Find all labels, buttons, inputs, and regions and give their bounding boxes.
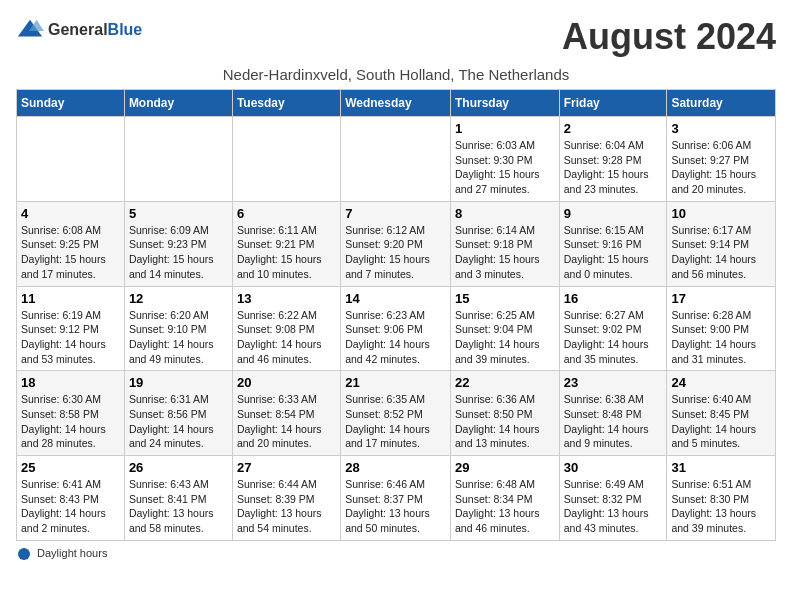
main-title: August 2024 — [562, 16, 776, 58]
day-number: 21 — [345, 375, 446, 390]
calendar-cell: 23Sunrise: 6:38 AM Sunset: 8:48 PM Dayli… — [559, 371, 667, 456]
day-number: 3 — [671, 121, 771, 136]
calendar-cell: 9Sunrise: 6:15 AM Sunset: 9:16 PM Daylig… — [559, 201, 667, 286]
calendar-table: SundayMondayTuesdayWednesdayThursdayFrid… — [16, 89, 776, 541]
day-number: 14 — [345, 291, 446, 306]
calendar-cell: 5Sunrise: 6:09 AM Sunset: 9:23 PM Daylig… — [124, 201, 232, 286]
day-info: Sunrise: 6:38 AM Sunset: 8:48 PM Dayligh… — [564, 392, 663, 451]
calendar-cell: 12Sunrise: 6:20 AM Sunset: 9:10 PM Dayli… — [124, 286, 232, 371]
day-number: 17 — [671, 291, 771, 306]
calendar-cell: 10Sunrise: 6:17 AM Sunset: 9:14 PM Dayli… — [667, 201, 776, 286]
title-section: August 2024 — [562, 16, 776, 58]
day-number: 23 — [564, 375, 663, 390]
day-info: Sunrise: 6:11 AM Sunset: 9:21 PM Dayligh… — [237, 223, 336, 282]
day-number: 7 — [345, 206, 446, 221]
calendar-cell: 21Sunrise: 6:35 AM Sunset: 8:52 PM Dayli… — [341, 371, 451, 456]
subtitle: Neder-Hardinxveld, South Holland, The Ne… — [16, 66, 776, 83]
footer: Daylight hours — [16, 547, 776, 560]
day-info: Sunrise: 6:44 AM Sunset: 8:39 PM Dayligh… — [237, 477, 336, 536]
day-number: 24 — [671, 375, 771, 390]
day-number: 27 — [237, 460, 336, 475]
calendar-cell — [232, 117, 340, 202]
day-number: 25 — [21, 460, 120, 475]
calendar-cell: 13Sunrise: 6:22 AM Sunset: 9:08 PM Dayli… — [232, 286, 340, 371]
calendar-week-row: 18Sunrise: 6:30 AM Sunset: 8:58 PM Dayli… — [17, 371, 776, 456]
day-info: Sunrise: 6:33 AM Sunset: 8:54 PM Dayligh… — [237, 392, 336, 451]
calendar-cell: 17Sunrise: 6:28 AM Sunset: 9:00 PM Dayli… — [667, 286, 776, 371]
calendar-cell: 27Sunrise: 6:44 AM Sunset: 8:39 PM Dayli… — [232, 456, 340, 541]
day-info: Sunrise: 6:31 AM Sunset: 8:56 PM Dayligh… — [129, 392, 228, 451]
calendar-cell: 22Sunrise: 6:36 AM Sunset: 8:50 PM Dayli… — [450, 371, 559, 456]
day-info: Sunrise: 6:46 AM Sunset: 8:37 PM Dayligh… — [345, 477, 446, 536]
weekday-header-cell: Thursday — [450, 90, 559, 117]
day-number: 6 — [237, 206, 336, 221]
calendar-cell: 2Sunrise: 6:04 AM Sunset: 9:28 PM Daylig… — [559, 117, 667, 202]
calendar-cell: 14Sunrise: 6:23 AM Sunset: 9:06 PM Dayli… — [341, 286, 451, 371]
calendar-week-row: 1Sunrise: 6:03 AM Sunset: 9:30 PM Daylig… — [17, 117, 776, 202]
day-number: 30 — [564, 460, 663, 475]
day-info: Sunrise: 6:23 AM Sunset: 9:06 PM Dayligh… — [345, 308, 446, 367]
day-number: 31 — [671, 460, 771, 475]
calendar-cell: 8Sunrise: 6:14 AM Sunset: 9:18 PM Daylig… — [450, 201, 559, 286]
day-info: Sunrise: 6:51 AM Sunset: 8:30 PM Dayligh… — [671, 477, 771, 536]
weekday-header-row: SundayMondayTuesdayWednesdayThursdayFrid… — [17, 90, 776, 117]
day-info: Sunrise: 6:25 AM Sunset: 9:04 PM Dayligh… — [455, 308, 555, 367]
day-info: Sunrise: 6:35 AM Sunset: 8:52 PM Dayligh… — [345, 392, 446, 451]
day-number: 18 — [21, 375, 120, 390]
weekday-header-cell: Sunday — [17, 90, 125, 117]
logo-text: GeneralBlue — [48, 20, 142, 39]
calendar-week-row: 25Sunrise: 6:41 AM Sunset: 8:43 PM Dayli… — [17, 456, 776, 541]
day-number: 26 — [129, 460, 228, 475]
day-info: Sunrise: 6:17 AM Sunset: 9:14 PM Dayligh… — [671, 223, 771, 282]
footer-label: Daylight hours — [37, 547, 107, 559]
day-number: 29 — [455, 460, 555, 475]
day-number: 9 — [564, 206, 663, 221]
day-info: Sunrise: 6:15 AM Sunset: 9:16 PM Dayligh… — [564, 223, 663, 282]
calendar-body: 1Sunrise: 6:03 AM Sunset: 9:30 PM Daylig… — [17, 117, 776, 541]
calendar-cell: 4Sunrise: 6:08 AM Sunset: 9:25 PM Daylig… — [17, 201, 125, 286]
day-number: 28 — [345, 460, 446, 475]
day-info: Sunrise: 6:30 AM Sunset: 8:58 PM Dayligh… — [21, 392, 120, 451]
day-info: Sunrise: 6:09 AM Sunset: 9:23 PM Dayligh… — [129, 223, 228, 282]
footer-dot — [18, 548, 30, 560]
day-info: Sunrise: 6:14 AM Sunset: 9:18 PM Dayligh… — [455, 223, 555, 282]
day-number: 1 — [455, 121, 555, 136]
day-number: 2 — [564, 121, 663, 136]
calendar-cell: 31Sunrise: 6:51 AM Sunset: 8:30 PM Dayli… — [667, 456, 776, 541]
day-info: Sunrise: 6:22 AM Sunset: 9:08 PM Dayligh… — [237, 308, 336, 367]
calendar-cell: 20Sunrise: 6:33 AM Sunset: 8:54 PM Dayli… — [232, 371, 340, 456]
day-number: 11 — [21, 291, 120, 306]
weekday-header-cell: Wednesday — [341, 90, 451, 117]
calendar-cell: 11Sunrise: 6:19 AM Sunset: 9:12 PM Dayli… — [17, 286, 125, 371]
day-number: 22 — [455, 375, 555, 390]
calendar-cell: 30Sunrise: 6:49 AM Sunset: 8:32 PM Dayli… — [559, 456, 667, 541]
day-info: Sunrise: 6:49 AM Sunset: 8:32 PM Dayligh… — [564, 477, 663, 536]
calendar-cell: 26Sunrise: 6:43 AM Sunset: 8:41 PM Dayli… — [124, 456, 232, 541]
day-number: 12 — [129, 291, 228, 306]
day-info: Sunrise: 6:48 AM Sunset: 8:34 PM Dayligh… — [455, 477, 555, 536]
day-number: 10 — [671, 206, 771, 221]
calendar-cell — [17, 117, 125, 202]
header: GeneralBlue August 2024 — [16, 16, 776, 58]
day-number: 8 — [455, 206, 555, 221]
calendar-cell — [124, 117, 232, 202]
day-info: Sunrise: 6:04 AM Sunset: 9:28 PM Dayligh… — [564, 138, 663, 197]
calendar-week-row: 11Sunrise: 6:19 AM Sunset: 9:12 PM Dayli… — [17, 286, 776, 371]
day-number: 13 — [237, 291, 336, 306]
calendar-cell — [341, 117, 451, 202]
weekday-header-cell: Monday — [124, 90, 232, 117]
calendar-cell: 19Sunrise: 6:31 AM Sunset: 8:56 PM Dayli… — [124, 371, 232, 456]
day-info: Sunrise: 6:28 AM Sunset: 9:00 PM Dayligh… — [671, 308, 771, 367]
day-info: Sunrise: 6:19 AM Sunset: 9:12 PM Dayligh… — [21, 308, 120, 367]
weekday-header-cell: Tuesday — [232, 90, 340, 117]
weekday-header-cell: Friday — [559, 90, 667, 117]
day-info: Sunrise: 6:41 AM Sunset: 8:43 PM Dayligh… — [21, 477, 120, 536]
calendar-week-row: 4Sunrise: 6:08 AM Sunset: 9:25 PM Daylig… — [17, 201, 776, 286]
logo-icon — [16, 16, 44, 44]
day-number: 20 — [237, 375, 336, 390]
day-number: 4 — [21, 206, 120, 221]
day-info: Sunrise: 6:20 AM Sunset: 9:10 PM Dayligh… — [129, 308, 228, 367]
day-number: 15 — [455, 291, 555, 306]
calendar-cell: 25Sunrise: 6:41 AM Sunset: 8:43 PM Dayli… — [17, 456, 125, 541]
logo: GeneralBlue — [16, 16, 142, 44]
